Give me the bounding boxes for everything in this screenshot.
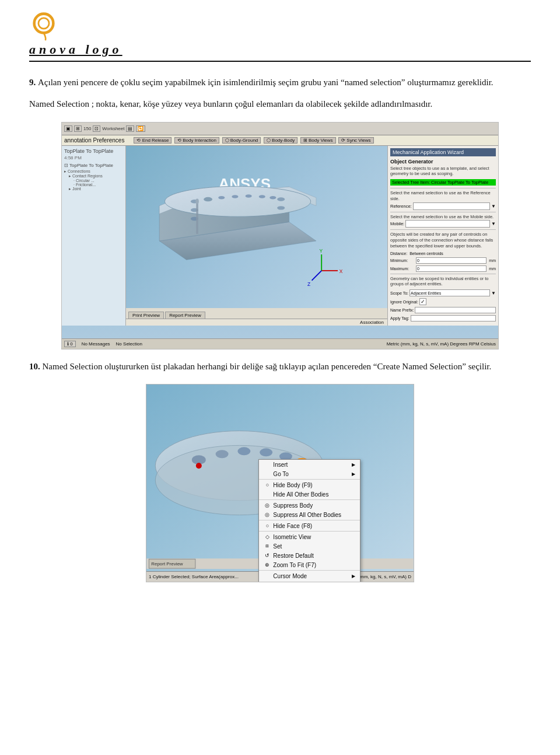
hide-face-icon: ○ — [264, 522, 271, 529]
toolbar-icons: ▣ ⊞ 150 ⊡ Worksheet ▤ 🔁 — [64, 125, 145, 132]
ansys-right-panel: Mechanical Application Wizard Object Gen… — [387, 146, 498, 326]
div3 — [390, 229, 496, 230]
ansys-screenshot: ▣ ⊞ 150 ⊡ Worksheet ▤ 🔁 annotation Prefe… — [61, 122, 499, 349]
ctx-item-hide-body-label: Hide Body (F9) — [273, 482, 312, 488]
sep5 — [259, 570, 360, 571]
ctx-item-goto-label: Go To — [273, 471, 289, 477]
mob-field-name: Mobile: — [390, 221, 404, 226]
svg-point-6 — [204, 197, 212, 201]
name-prefix-input[interactable] — [415, 307, 496, 313]
set-icon: ⊞ — [264, 543, 271, 550]
ref-select[interactable] — [413, 202, 490, 210]
ctx-item-view[interactable]: View ▶ — [259, 581, 360, 582]
max-label: Maximum: — [390, 267, 415, 271]
report-preview-tab[interactable]: Report Preview — [165, 312, 205, 319]
scope-select[interactable]: Adjacent Entities — [410, 289, 490, 296]
mob-arrow[interactable]: ▼ — [491, 221, 496, 226]
dist-row: Distance: Between centroids — [390, 251, 496, 256]
logo-text: anova logo — [29, 42, 123, 57]
svg-point-0 — [34, 14, 54, 33]
logo: anova logo — [29, 12, 123, 57]
wizard-title: Mechanical Application Wizard — [390, 148, 496, 156]
section-9-para2: Named Selection ; nokta, kenar, köşe yüz… — [29, 97, 531, 111]
ctx-item-insert[interactable]: Insert ▶ — [259, 460, 360, 469]
no-selection-text: No Selection — [116, 341, 142, 347]
ctx-item-suppress-all[interactable]: ◎ Suppress All Other Bodies — [259, 510, 360, 519]
ctx-item-isometric[interactable]: ◇ Isometric View — [259, 532, 360, 541]
scope-desc: Geometry can be scoped to individual ent… — [390, 276, 496, 288]
insert-arrow: ▶ — [352, 462, 355, 467]
scope-arrow[interactable]: ▼ — [491, 291, 496, 296]
print-preview-tab[interactable]: Print Preview — [128, 312, 164, 319]
scope-value: Adjacent Entities — [411, 291, 441, 295]
ctx-item-set[interactable]: ⊞ Set — [259, 541, 360, 551]
max-value: 0 — [416, 266, 420, 271]
svg-text:Y: Y — [319, 248, 323, 254]
svg-point-15 — [277, 197, 285, 201]
wizard-subtitle: Object Generator — [390, 159, 496, 165]
scope-label: Scope To: — [390, 291, 408, 295]
hide-all-icon — [264, 491, 271, 498]
left-connections: ▸ Connections ▸ Contact Regions · Circul… — [64, 169, 123, 191]
svg-point-10 — [259, 195, 265, 198]
svg-rect-17 — [196, 201, 198, 234]
ignore-checkbox[interactable]: ✓ — [419, 298, 426, 305]
ctx-item-goto[interactable]: Go To ▶ — [259, 469, 360, 478]
ctx-item-hide-face-label: Hide Face (F8) — [273, 523, 312, 529]
ctx-item-restore[interactable]: ↺ Restore Default — [259, 551, 360, 560]
section-9-para1: 9. Açılan yeni pencere de çoklu seçim ya… — [29, 76, 531, 89]
ansys-menubar: annotation Preferences ⟲ End Release ⟲ B… — [62, 135, 498, 146]
ctx-item-hide-all[interactable]: Hide All Other Bodies — [259, 490, 360, 499]
apply-tag-input[interactable] — [411, 315, 496, 321]
max-input[interactable]: 0 — [416, 265, 487, 272]
svg-point-1 — [38, 18, 49, 29]
cursor-arrow: ▶ — [352, 574, 355, 579]
ctx-item-hide-all-label: Hide All Other Bodies — [273, 491, 328, 498]
sep1 — [259, 479, 360, 480]
ctx-item-suppress-all-label: Suppress All Other Bodies — [273, 512, 341, 518]
ansys-left-panel: TopPlate To TopPlate 4:58 PM ⊡ TopPlate … — [62, 146, 126, 326]
svg-point-9 — [246, 194, 252, 198]
ansys-status-bar: ℹ 0 No Messages No Selection Metric (mm,… — [62, 338, 498, 349]
div4 — [390, 274, 496, 274]
mob-select[interactable] — [405, 220, 490, 228]
ctx-item-cursor-label: Cursor Mode — [273, 573, 307, 579]
sep2 — [259, 499, 360, 500]
ansys-toolbar: ▣ ⊞ 150 ⊡ Worksheet ▤ 🔁 — [62, 123, 498, 135]
min-unit: mm — [489, 258, 496, 263]
ref-label: Select the named selection to use as the… — [390, 190, 496, 202]
svg-point-5 — [164, 186, 310, 216]
ctx-item-hide-face[interactable]: ○ Hide Face (F8) — [259, 521, 360, 530]
min-input[interactable]: 0 — [416, 257, 487, 264]
ctx-item-zoom[interactable]: ⊕ Zoom To Fit (F7) — [259, 560, 360, 569]
top-plate-label: TopPlate To TopPlate — [64, 148, 123, 154]
svg-point-16 — [277, 206, 285, 209]
ctx-item-hide-body[interactable]: ○ Hide Body (F9) — [259, 480, 360, 490]
min-row: Minimum: 0 mm — [390, 257, 496, 264]
ctx-item-zoom-label: Zoom To Fit (F7) — [273, 562, 316, 568]
ref-arrow[interactable]: ▼ — [491, 204, 496, 209]
goto-arrow: ▶ — [352, 471, 355, 477]
ctx-item-cursor[interactable]: Cursor Mode ▶ — [259, 571, 360, 581]
page-header: anova logo — [29, 12, 531, 62]
ansys-tab-bar: Print Preview Report Preview — [126, 308, 387, 319]
svg-point-29 — [216, 450, 229, 458]
ctx-item-suppress[interactable]: ◎ Suppress Body — [259, 501, 360, 510]
wizard-desc: Select tree objects to use as a template… — [390, 166, 496, 177]
zoom-icon: ⊕ — [264, 561, 271, 568]
menu-annotation: annotation Preferences — [64, 137, 124, 144]
ansys-screen: ▣ ⊞ 150 ⊡ Worksheet ▤ 🔁 annotation Prefe… — [62, 123, 498, 349]
mob-field-row: Mobile: ▼ — [390, 220, 496, 228]
ansys-viewport: ANSYS R15.0 — [126, 146, 387, 326]
svg-point-31 — [260, 448, 272, 456]
max-row: Maximum: 0 mm — [390, 265, 496, 272]
cursor-icon — [264, 572, 271, 579]
mob-label: Select the named selection to use as the… — [390, 214, 496, 220]
plate-3d-view: X Y Z — [126, 152, 387, 314]
association-label: Association — [360, 320, 384, 325]
sep4 — [259, 531, 360, 532]
name-prefix-row: Name Prefix: — [390, 307, 496, 313]
context-menu-screenshot: Report Preview Insert ▶ Go To ▶ ○ Hide B… — [146, 384, 414, 582]
context-menu[interactable]: Insert ▶ Go To ▶ ○ Hide Body (F9) Hide A… — [258, 459, 360, 582]
svg-point-30 — [237, 447, 250, 455]
